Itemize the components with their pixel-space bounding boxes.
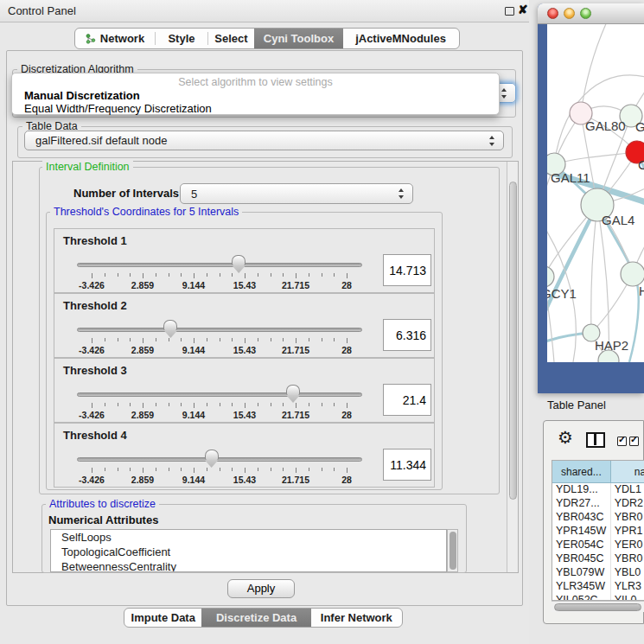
scrollbar-thumb[interactable] <box>450 532 456 570</box>
cell-shared-name[interactable]: YBL079W <box>552 566 611 580</box>
threshold-1-value-field[interactable] <box>383 254 431 286</box>
slider-tick <box>92 338 92 343</box>
attribute-list-item[interactable]: BetweennessCentrality <box>51 559 446 572</box>
threshold-1-label: Threshold 1 <box>63 234 127 247</box>
cell-name[interactable]: YDL1 <box>611 483 644 497</box>
cell-shared-name[interactable]: YIL052C <box>552 594 611 601</box>
threshold-2-slider-thumb[interactable] <box>163 320 177 330</box>
cell-shared-name[interactable]: YBR043C <box>552 511 611 525</box>
cell-name[interactable]: YPR1 <box>611 525 644 539</box>
cell-name[interactable]: YLR3 <box>611 580 644 594</box>
tab-cyni-toolbox[interactable]: Cyni Toolbox <box>254 29 343 48</box>
cell-name[interactable]: YBR0 <box>611 511 644 525</box>
slider-tick <box>105 338 105 341</box>
slider-tick <box>143 273 143 278</box>
slider-tick <box>143 403 143 408</box>
attributes-list-scrollbar[interactable] <box>447 529 458 572</box>
slider-tick <box>296 403 296 408</box>
table-data-combobox[interactable]: galFiltered.sif default node <box>24 131 504 150</box>
table-row[interactable]: YBR045CYBR0 <box>552 552 644 566</box>
checkbox-icon[interactable] <box>629 437 639 446</box>
table-row[interactable]: YER054CYER0 <box>552 539 644 552</box>
table-row[interactable]: YIL052CYIL0 <box>552 594 644 601</box>
threshold-3-value-field[interactable] <box>383 384 431 416</box>
gear-icon[interactable]: ⚙ <box>558 429 573 446</box>
float-window-icon[interactable] <box>505 7 514 16</box>
slider-tick-label: 15.43 <box>233 345 256 355</box>
zoom-traffic-light[interactable] <box>580 8 591 19</box>
apply-button[interactable]: Apply <box>227 579 295 598</box>
slider-tick <box>105 403 105 406</box>
tab-select[interactable]: Select <box>208 29 254 48</box>
network-edge[interactable] <box>581 24 608 113</box>
columns-icon[interactable] <box>586 432 605 448</box>
close-traffic-light[interactable] <box>547 8 558 19</box>
cell-name[interactable]: YIL0 <box>611 594 644 601</box>
cell-shared-name[interactable]: YLR345W <box>552 580 611 594</box>
numerical-attributes-list[interactable]: SelfLoopsTopologicalCoefficientBetweenne… <box>50 529 447 572</box>
table-row[interactable]: YLR345WYLR3 <box>552 580 644 594</box>
slider-tick <box>220 403 220 406</box>
table-row[interactable]: YBL079WYBL0 <box>552 566 644 580</box>
network-edge[interactable] <box>554 152 637 164</box>
cell-name[interactable]: YDR2 <box>611 497 644 511</box>
cell-shared-name[interactable]: YPR145W <box>552 525 611 539</box>
network-edge[interactable] <box>591 205 597 333</box>
cell-shared-name[interactable]: YER054C <box>552 539 611 552</box>
cell-name[interactable]: YBL0 <box>611 566 644 580</box>
cell-shared-name[interactable]: YDL19... <box>552 483 611 497</box>
network-node[interactable] <box>621 262 644 286</box>
slider-tick <box>156 338 156 341</box>
threshold-4-slider-thumb[interactable] <box>205 450 219 460</box>
column-header-shared-name[interactable]: shared... <box>552 461 611 482</box>
slider-tick <box>169 403 169 406</box>
dropdown-item-manual-discretization[interactable]: Manual Discretization <box>24 89 140 102</box>
dropdown-item-equal-width-frequency[interactable]: Equal Width/Frequency Discretization <box>24 102 212 115</box>
network-edge[interactable] <box>629 284 639 362</box>
slider-tick <box>220 338 220 341</box>
table-row[interactable]: YDL19...YDL1 <box>552 483 644 497</box>
checkbox-icon[interactable] <box>617 437 627 446</box>
scrollbar-thumb[interactable] <box>509 182 517 500</box>
control-panel-title: Control Panel <box>8 4 76 17</box>
tab-network[interactable]: Network <box>75 29 155 48</box>
attribute-list-item[interactable]: TopologicalCoefficient <box>51 545 446 559</box>
column-header-name[interactable]: na <box>611 461 644 482</box>
network-node-label: H <box>639 284 644 298</box>
slider-tick <box>232 338 233 341</box>
table-row[interactable]: YDR27...YDR2 <box>552 497 644 511</box>
threshold-2-label: Threshold 2 <box>63 299 127 312</box>
table-row[interactable]: YBR043CYBR0 <box>552 511 644 525</box>
number-of-intervals-spinner[interactable]: 5 <box>180 183 413 204</box>
threshold-2-value-field[interactable] <box>383 319 431 351</box>
network-icon <box>86 34 96 44</box>
slider-tick <box>322 468 322 471</box>
close-icon[interactable]: ✘ <box>518 3 528 16</box>
settings-vertical-scrollbar[interactable] <box>507 162 518 572</box>
network-canvas[interactable]: GAL80GALCGAL11GAL4GCY1HHAP2 <box>547 24 644 362</box>
cell-name[interactable]: YER0 <box>611 539 644 552</box>
cell-shared-name[interactable]: YBR045C <box>552 552 611 566</box>
table-horizontal-scrollbar[interactable] <box>552 601 644 612</box>
slider-tick <box>118 273 118 277</box>
scrollbar-thumb[interactable] <box>554 603 641 611</box>
minimize-traffic-light[interactable] <box>564 8 575 19</box>
threshold-1-slider-thumb[interactable] <box>232 255 245 265</box>
table-row[interactable]: YPR145WYPR1 <box>552 525 644 539</box>
interval-definition-group-title: Interval Definition <box>42 161 133 173</box>
cell-name[interactable]: YBR0 <box>611 552 644 566</box>
tab-style[interactable]: Style <box>156 29 207 48</box>
threshold-3-slider-thumb[interactable] <box>286 385 300 395</box>
slider-tick <box>118 338 118 341</box>
threshold-4-value-field[interactable] <box>383 449 431 481</box>
slider-tick-label: -3.426 <box>79 280 105 290</box>
cell-shared-name[interactable]: YDR27... <box>552 497 611 511</box>
attribute-list-item[interactable]: SelfLoops <box>51 530 446 545</box>
tab-impute-data[interactable]: Impute Data <box>124 609 201 627</box>
network-node[interactable] <box>547 266 554 287</box>
tab-discretize-data[interactable]: Discretize Data <box>201 609 310 627</box>
slider-tick <box>309 338 309 341</box>
tab-infer-network[interactable]: Infer Network <box>311 609 402 627</box>
slider-tick <box>271 338 271 341</box>
tab-jactivemnodules[interactable]: jActiveMNodules <box>343 29 458 48</box>
